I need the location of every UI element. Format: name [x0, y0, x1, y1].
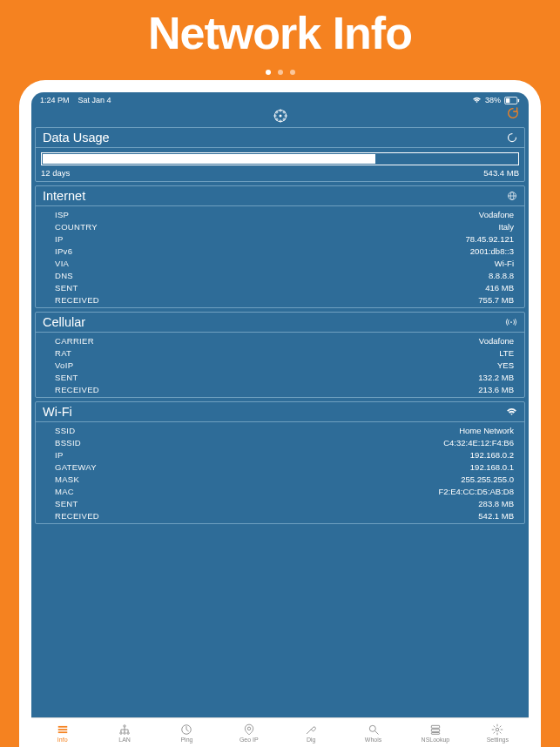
ping-icon — [180, 723, 192, 736]
tab-ping[interactable]: Ping — [156, 718, 218, 747]
svg-rect-17 — [57, 725, 67, 727]
settings-icon — [491, 723, 503, 736]
section-cellular[interactable]: Cellular CARRIERVodafoneRATLTEVoIPYESSEN… — [35, 312, 525, 398]
row-value: 213.6 MB — [478, 385, 514, 394]
info-row: SENT132.2 MB — [36, 371, 524, 383]
svg-point-8 — [284, 115, 286, 117]
refresh-button[interactable] — [506, 106, 520, 120]
info-row: IPv62001:db8::3 — [36, 245, 524, 257]
section-title: Data Usage — [43, 131, 110, 145]
whois-icon — [368, 723, 380, 736]
usage-progress-fill — [43, 154, 375, 164]
battery-icon — [504, 97, 520, 104]
row-key: IP — [55, 450, 64, 460]
section-wifi[interactable]: Wi-Fi SSIDHome NetworkBSSIDC4:32:4E:12:F… — [35, 401, 525, 524]
info-row: COUNTRYItaly — [36, 220, 524, 232]
wifi-icon — [506, 407, 517, 416]
tab-label: Ping — [180, 737, 192, 743]
svg-rect-18 — [57, 729, 67, 730]
row-value: LTE — [499, 348, 514, 358]
row-key: SSID — [55, 426, 75, 435]
row-key: ISP — [55, 210, 69, 219]
svg-rect-30 — [431, 732, 439, 734]
row-value: Vodafone — [479, 210, 514, 219]
row-key: SENT — [55, 373, 78, 382]
tab-label: Settings — [487, 737, 509, 743]
row-key: VoIP — [55, 360, 73, 370]
status-date: Sat Jan 4 — [78, 96, 111, 104]
row-value: 755.7 MB — [478, 295, 514, 305]
row-value: 2001:db8::3 — [470, 246, 514, 256]
tab-info[interactable]: Info — [31, 718, 93, 747]
tab-label: Geo IP — [240, 737, 259, 743]
info-row: IP192.168.0.2 — [36, 448, 524, 461]
tab-dig[interactable]: Dig — [280, 718, 342, 747]
tab-bar: InfoLANPingGeo IPDigWhoisNSLookupSetting… — [31, 717, 529, 747]
svg-point-10 — [283, 111, 285, 113]
tab-label: Whois — [365, 737, 381, 743]
tab-lan[interactable]: LAN — [93, 718, 155, 747]
svg-point-9 — [275, 111, 277, 113]
info-row: CARRIERVodafone — [36, 334, 524, 347]
dig-icon — [305, 723, 317, 736]
section-title: Internet — [43, 189, 85, 203]
info-row: DNS8.8.8.8 — [36, 269, 524, 281]
svg-point-23 — [127, 731, 129, 733]
svg-point-16 — [510, 321, 512, 323]
info-row: RECEIVED213.6 MB — [36, 383, 524, 395]
svg-point-7 — [273, 115, 275, 117]
row-key: IPv6 — [55, 246, 72, 256]
row-key: VIA — [55, 259, 69, 268]
row-key: COUNTRY — [55, 222, 98, 232]
status-bar: 1:24 PM Sat Jan 4 38% — [31, 92, 529, 104]
svg-rect-1 — [506, 98, 510, 102]
info-row: RECEIVED755.7 MB — [36, 293, 524, 306]
usage-body: 12 days 543.4 MB — [36, 148, 524, 181]
section-title: Cellular — [43, 315, 85, 329]
section-data-usage[interactable]: Data Usage 12 days 543.4 MB — [35, 127, 525, 182]
row-value: Home Network — [459, 426, 514, 435]
nav-bar — [31, 104, 529, 127]
tab-nslookup[interactable]: NSLookup — [404, 718, 466, 747]
svg-point-4 — [279, 115, 281, 118]
row-key: GATEWAY — [55, 462, 97, 472]
section-internet[interactable]: Internet ISPVodafoneCOUNTRYItalyIP78.45.… — [35, 185, 525, 308]
row-value: Vodafone — [479, 336, 514, 346]
cellular-icon — [505, 318, 517, 326]
tab-whois[interactable]: Whois — [342, 718, 404, 747]
loading-icon — [507, 132, 517, 143]
nslookup-icon — [429, 723, 442, 736]
svg-rect-29 — [431, 729, 439, 731]
wifi-icon — [472, 97, 482, 104]
row-value: 132.2 MB — [478, 373, 514, 382]
info-row: RATLTE — [36, 347, 524, 359]
tab-label: Info — [57, 737, 68, 743]
info-row: BSSIDC4:32:4E:12:F4:B6 — [36, 436, 524, 448]
svg-rect-2 — [518, 98, 519, 102]
status-time: 1:24 PM — [40, 96, 70, 104]
status-left: 1:24 PM Sat Jan 4 — [40, 96, 111, 104]
row-value: 283.8 MB — [478, 499, 514, 508]
svg-point-12 — [283, 118, 285, 120]
row-value: YES — [497, 360, 514, 370]
row-value: 192.168.0.1 — [470, 462, 514, 472]
pager-dots — [0, 70, 560, 75]
usage-period: 12 days — [41, 168, 70, 178]
row-key: DNS — [55, 271, 73, 280]
tab-settings[interactable]: Settings — [467, 718, 529, 747]
row-key: RECEIVED — [55, 295, 99, 305]
row-key: MASK — [55, 474, 79, 484]
row-value: 78.45.92.121 — [466, 234, 514, 244]
svg-point-5 — [279, 110, 280, 111]
row-key: RECEIVED — [55, 385, 99, 394]
info-row: SENT416 MB — [36, 281, 524, 293]
app-logo-icon — [273, 108, 288, 124]
section-header-data-usage: Data Usage — [36, 128, 524, 148]
section-header-wifi: Wi-Fi — [36, 402, 524, 422]
svg-point-31 — [496, 728, 500, 731]
svg-point-21 — [120, 731, 122, 733]
tab-label: NSLookup — [422, 737, 450, 743]
tab-geo-ip[interactable]: Geo IP — [218, 718, 280, 747]
battery-percent: 38% — [485, 96, 501, 104]
row-value: C4:32:4E:12:F4:B6 — [443, 438, 514, 448]
